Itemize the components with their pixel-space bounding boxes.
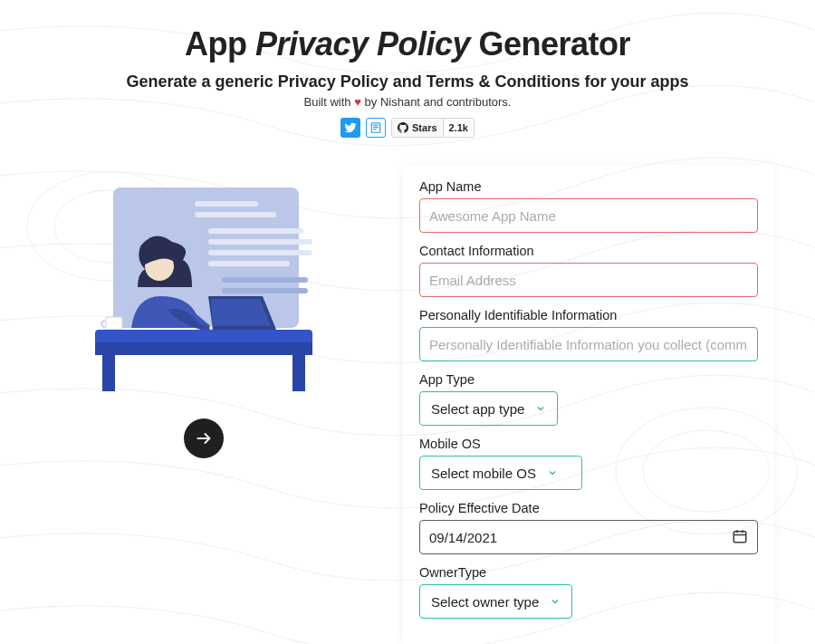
social-row: Stars 2.1k [0,118,815,138]
chevron-down-icon [547,466,558,481]
github-stars-badge[interactable]: Stars 2.1k [391,118,475,138]
svg-rect-13 [208,250,312,255]
svg-rect-21 [95,342,312,355]
svg-rect-16 [222,288,308,293]
field-pii: Personally Identifiable Information [419,308,758,361]
title-text-before: App [185,25,255,62]
byline-before: Built with [304,95,355,109]
svg-rect-19 [106,317,122,330]
dropdown-mobile-os[interactable]: Select mobile OS [419,456,582,490]
svg-rect-12 [208,239,312,245]
form-card: App Name Contact Information Personally … [403,165,774,644]
label-contact: Contact Information [419,244,758,258]
svg-rect-11 [208,228,303,234]
svg-rect-25 [734,531,746,542]
byline: Built with ♥ by Nishant and contributors… [0,95,815,109]
label-effective-date: Policy Effective Date [419,501,758,515]
arrow-right-icon [194,428,214,448]
developer-illustration [68,165,340,400]
newsletter-icon[interactable] [366,118,386,138]
page-header: App Privacy Policy Generator Generate a … [0,0,815,138]
input-app-name[interactable] [419,198,758,233]
left-column [41,165,367,458]
title-text-italic: Privacy Policy [255,25,470,62]
svg-rect-22 [102,355,115,391]
field-mobile-os: Mobile OS Select mobile OS [419,437,758,490]
github-stars-label: Stars [412,122,437,133]
page-subtitle: Generate a generic Privacy Policy and Te… [0,72,815,91]
chevron-down-icon [535,401,546,417]
field-app-name: App Name [419,179,758,233]
svg-rect-10 [195,212,276,217]
label-app-name: App Name [419,179,758,194]
dropdown-mobile-os-value: Select mobile OS [431,466,536,481]
main-content: App Name Contact Information Personally … [0,165,815,644]
label-app-type: App Type [419,372,758,387]
dropdown-owner-type[interactable]: Select owner type [419,584,572,619]
dropdown-app-type[interactable]: Select app type [419,391,558,426]
dropdown-owner-type-value: Select owner type [431,594,539,610]
page-title: App Privacy Policy Generator [0,25,815,63]
field-owner-type: OwnerType Select owner type [419,565,758,619]
field-contact: Contact Information [419,244,758,297]
input-pii[interactable] [419,327,758,361]
label-pii: Personally Identifiable Information [419,308,758,322]
svg-rect-23 [292,355,305,391]
title-text-after: Generator [470,25,630,62]
dropdown-app-type-value: Select app type [431,401,524,417]
label-mobile-os: Mobile OS [419,437,758,451]
next-button[interactable] [184,418,224,458]
heart-icon: ♥ [354,95,361,109]
chevron-down-icon [550,594,561,610]
twitter-icon[interactable] [340,118,360,138]
field-app-type: App Type Select app type [419,372,758,426]
label-owner-type: OwnerType [419,565,758,580]
github-stars-count: 2.1k [444,122,474,133]
svg-rect-9 [195,201,258,207]
effective-date-value: 09/14/2021 [429,530,497,545]
input-effective-date[interactable]: 09/14/2021 [419,520,758,554]
calendar-icon [732,528,748,547]
svg-rect-15 [222,277,308,283]
byline-after: by Nishant and contributors. [361,95,511,109]
field-effective-date: Policy Effective Date 09/14/2021 [419,501,758,554]
input-contact[interactable] [419,263,758,297]
svg-rect-14 [208,261,290,266]
